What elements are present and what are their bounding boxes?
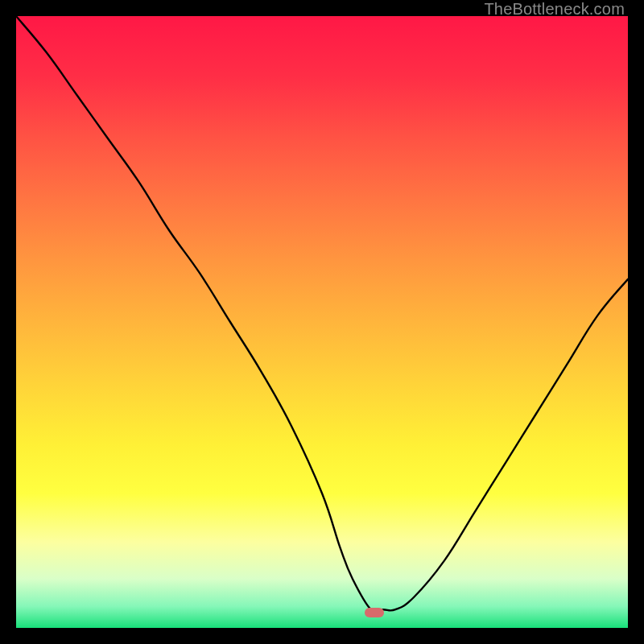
chart-container: TheBottleneck.com — [0, 0, 644, 644]
bottleneck-curve — [16, 16, 628, 628]
optimal-marker — [365, 608, 384, 617]
plot-area — [16, 16, 628, 628]
